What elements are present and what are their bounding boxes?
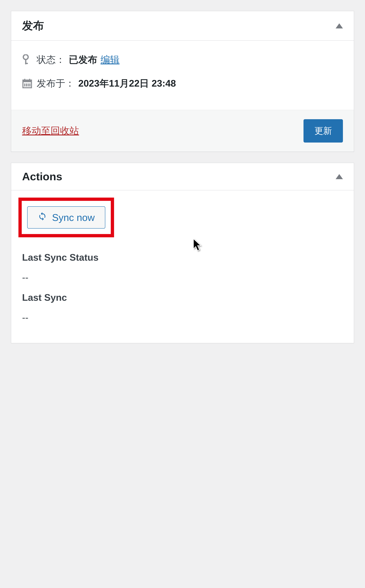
publish-metabox-title: 发布 xyxy=(22,18,44,33)
publish-on-label: 发布于： xyxy=(37,77,75,90)
status-label: 状态： xyxy=(37,54,65,66)
svg-rect-10 xyxy=(29,83,30,86)
last-sync-value: -- xyxy=(18,312,347,323)
move-to-trash-link[interactable]: 移动至回收站 xyxy=(22,124,79,137)
calendar-icon xyxy=(22,78,37,88)
last-sync-status-label: Last Sync Status xyxy=(18,252,347,263)
update-button[interactable]: 更新 xyxy=(303,119,343,142)
publish-metabox-header[interactable]: 发布 xyxy=(11,11,354,41)
svg-rect-7 xyxy=(24,83,25,86)
status-value: 已发布 xyxy=(69,54,97,66)
key-icon xyxy=(22,54,37,65)
svg-rect-2 xyxy=(25,63,28,64)
svg-rect-5 xyxy=(24,79,25,81)
actions-metabox-body: Sync now Last Sync Status -- Last Sync -… xyxy=(11,190,354,343)
actions-metabox-header[interactable]: Actions xyxy=(11,163,354,190)
last-sync-label: Last Sync xyxy=(18,292,347,303)
sync-now-highlight: Sync now xyxy=(18,198,114,237)
sync-icon xyxy=(38,212,47,223)
status-row: 状态： 已发布 编辑 xyxy=(22,54,343,66)
svg-rect-6 xyxy=(29,79,30,81)
svg-rect-9 xyxy=(28,83,29,86)
edit-status-link[interactable]: 编辑 xyxy=(101,54,119,66)
collapse-up-icon xyxy=(336,23,343,28)
publish-metabox: 发布 状态： 已发布 编辑 xyxy=(11,11,354,152)
actions-metabox: Actions Sync now Last Sync Status -- Las… xyxy=(11,163,354,343)
svg-point-0 xyxy=(23,55,28,60)
publish-date-row: 发布于： 2023年11月22日 23:48 xyxy=(22,77,343,90)
publish-metabox-body: 状态： 已发布 编辑 发布于： xyxy=(11,41,354,110)
collapse-up-icon xyxy=(336,174,343,179)
last-sync-status-value: -- xyxy=(18,272,347,283)
publish-metabox-footer: 移动至回收站 更新 xyxy=(11,110,354,152)
sync-now-label: Sync now xyxy=(52,212,95,223)
sync-now-button[interactable]: Sync now xyxy=(27,206,105,229)
svg-rect-8 xyxy=(26,83,27,86)
actions-metabox-title: Actions xyxy=(22,170,62,183)
publish-date-value: 2023年11月22日 23:48 xyxy=(78,77,176,90)
